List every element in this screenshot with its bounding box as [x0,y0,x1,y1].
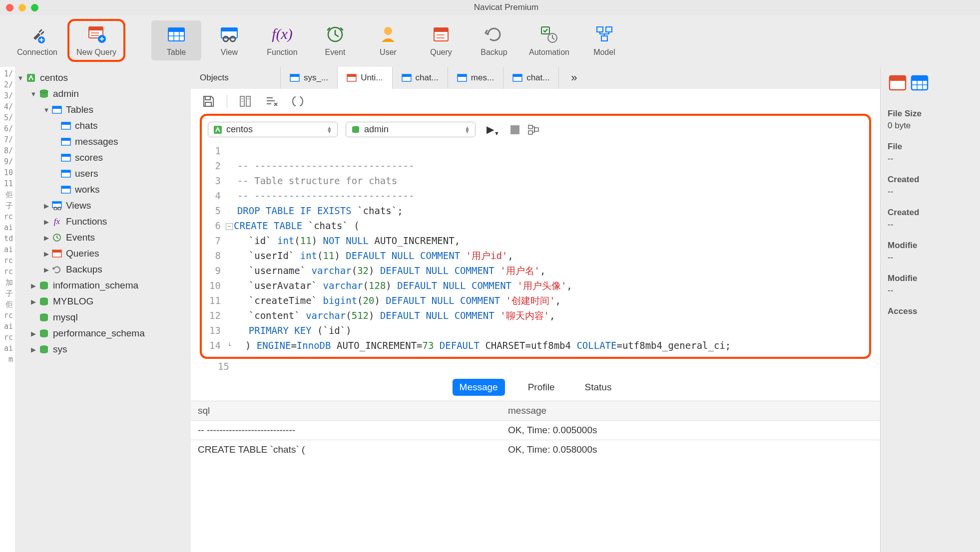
explain-button[interactable] [527,124,539,136]
result-table: sql message -- -------------------------… [191,401,880,459]
tree-db-information-schema[interactable]: ▶information_schema [15,277,191,293]
model-icon [594,24,615,45]
tree-events-folder[interactable]: ▶Events [15,230,191,246]
tree-table-users[interactable]: users [15,166,191,182]
svg-rect-76 [528,131,532,134]
database-selector[interactable]: admin ▲▼ [346,122,476,137]
database-icon [38,296,50,307]
query-button[interactable]: Query [416,20,466,60]
tree-db-performance-schema[interactable]: ▶performance_schema [15,325,191,341]
label-file: File [888,142,973,152]
model-button[interactable]: Model [579,20,629,60]
run-button[interactable]: ▶▼ [484,123,502,136]
beautify-button[interactable] [264,94,279,109]
label-file-size: File Size [888,109,973,119]
tab-sys[interactable]: sys_... [281,67,338,89]
tree-table-works[interactable]: works [15,182,191,198]
titlebar: Navicat Premium [0,0,980,15]
automation-button[interactable]: Automation [522,20,576,60]
table-item-icon [60,168,72,179]
label-modified2: Modifie [888,274,973,283]
close-window-icon[interactable] [6,4,13,11]
query-builder-button[interactable] [238,94,253,109]
database-icon [38,344,50,355]
fold-icon[interactable]: − [226,223,233,230]
label-created2: Created [888,208,973,218]
views-folder-icon [51,200,63,211]
database-icon [38,88,50,99]
function-icon: f(x) [272,24,293,45]
svg-rect-34 [61,122,70,125]
save-button[interactable] [201,94,216,109]
table-icon [166,24,187,45]
svg-rect-27 [601,36,607,41]
result-row[interactable]: -- ----------------------------OK, Time:… [191,421,880,440]
connection-button[interactable]: Connection [10,20,64,60]
label-access: Access [888,306,973,316]
svg-rect-75 [528,125,532,129]
code-content[interactable]: -- ---------------------------- -- Table… [226,143,865,353]
tree-queries-folder[interactable]: ▶Queries [15,246,191,262]
connection-icon [25,72,37,83]
tree-db-mysql[interactable]: ▶mysql [15,309,191,325]
code-editor[interactable]: 1234567891011121314 -- -----------------… [206,141,865,353]
label-modified: Modifie [888,241,973,251]
result-tab-status[interactable]: Status [578,379,619,396]
stop-button[interactable] [510,125,519,134]
window-title: Navicat Premium [38,2,974,12]
table-button[interactable]: Table [151,20,201,60]
tree-db-admin[interactable]: ▼admin [15,86,191,102]
query-tab-icon [347,73,357,82]
view-icon [219,24,240,45]
svg-rect-58 [347,74,356,77]
svg-rect-79 [890,76,906,81]
tree-functions-folder[interactable]: ▶fxFunctions [15,214,191,230]
chevron-updown-icon: ▲▼ [327,126,332,133]
label-created: Created [888,175,973,185]
table-item-icon [60,152,72,163]
content-area: Objects sys_... Unti... chat... mes... c… [191,67,880,552]
tree-table-chats[interactable]: chats [15,118,191,134]
tab-mes[interactable]: mes... [448,67,503,89]
user-button[interactable]: User [363,20,413,60]
new-query-button[interactable]: New Query [67,19,125,62]
tree-views-folder[interactable]: ▶Views [15,198,191,214]
plug-icon [26,24,47,45]
view-button[interactable]: View [204,20,254,60]
tree-table-scores[interactable]: scores [15,150,191,166]
function-button[interactable]: f(x) Function [257,20,307,60]
tab-untitled[interactable]: Unti... [338,67,392,89]
result-row[interactable]: CREATE TABLE `chats` (OK, Time: 0.058000… [191,440,880,460]
backup-icon [484,24,504,45]
connection-selector[interactable]: centos ▲▼ [208,122,338,137]
minimize-window-icon[interactable] [18,4,26,11]
tree-db-myblog[interactable]: ▶MYBLOG [15,293,191,309]
tree-db-sys[interactable]: ▶sys [15,341,191,357]
tree-table-messages[interactable]: messages [15,134,191,150]
event-button[interactable]: Event [310,20,360,60]
svg-text:f(x): f(x) [272,25,293,42]
new-query-icon [86,24,107,45]
tab-chat1[interactable]: chat... [393,67,448,89]
result-header-sql: sql [191,401,501,421]
result-tab-profile[interactable]: Profile [521,379,562,396]
table-item-icon [60,120,72,131]
tab-objects[interactable]: Objects [191,67,281,89]
code-snippets-button[interactable] [290,94,305,109]
tree-tables-folder[interactable]: ▼Tables [15,102,191,118]
backup-button[interactable]: Backup [469,20,519,60]
tab-overflow-button[interactable]: » [559,67,589,89]
svg-point-18 [384,27,392,35]
table-large-icon [910,74,930,92]
main-toolbar: Connection New Query Table View f(x) Fun [0,15,980,67]
result-header-message: message [501,401,880,421]
value-created2: -- [888,220,973,230]
result-tab-message[interactable]: Message [453,379,505,396]
svg-rect-64 [513,74,522,77]
maximize-window-icon[interactable] [31,4,38,11]
line-number-gutter: 1234567891011121314 [206,143,226,353]
editor-toolbar [191,89,880,114]
tree-connection-centos[interactable]: ▼centos [15,70,191,86]
tab-chat2[interactable]: chat... [503,67,559,89]
tree-backups-folder[interactable]: ▶Backups [15,262,191,277]
